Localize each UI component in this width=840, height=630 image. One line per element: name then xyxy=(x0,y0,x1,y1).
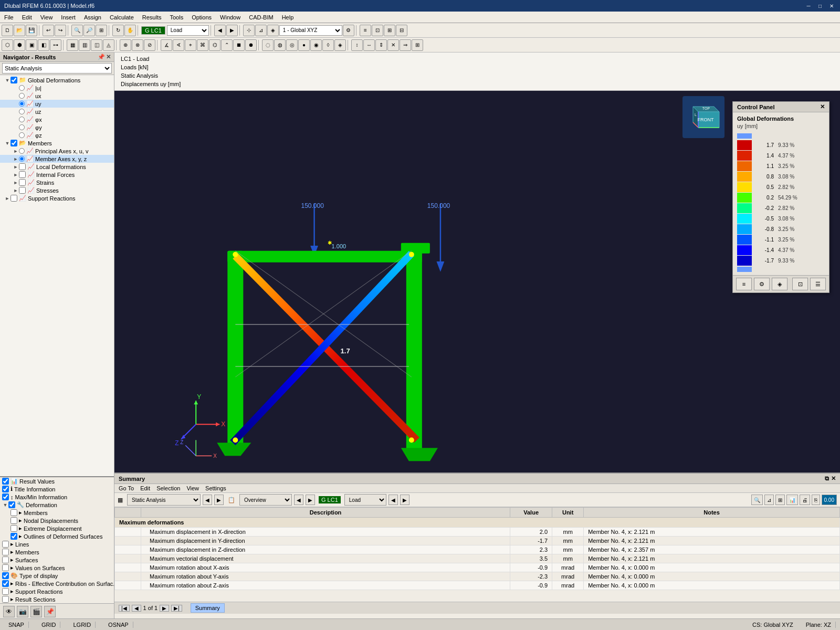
check-type-display[interactable] xyxy=(2,572,9,579)
tree-item-stresses[interactable]: ► 📈 Stresses xyxy=(0,186,114,194)
check-values-surfaces[interactable] xyxy=(2,564,9,571)
summary-close-button[interactable]: ✕ xyxy=(831,475,836,482)
radio-phiy[interactable] xyxy=(19,124,25,130)
tree-item-members[interactable]: ▼ 📂 Members xyxy=(0,139,114,147)
summary-lc-next[interactable]: ▶ xyxy=(400,495,410,505)
tb-c3[interactable]: ⇕ xyxy=(375,39,387,51)
check-members[interactable] xyxy=(10,140,17,146)
footer-prev-btn[interactable]: ◀ xyxy=(132,605,141,612)
cp-btn-export[interactable]: ⊡ xyxy=(792,278,808,290)
tb-undo[interactable]: ↩ xyxy=(43,25,54,36)
tree-item-support-reactions[interactable]: ► 📈 Support Reactions xyxy=(0,194,114,202)
tb-c1[interactable]: ↕ xyxy=(351,39,363,51)
check-surfaces[interactable] xyxy=(2,556,9,563)
summary-prev-btn[interactable]: ◀ xyxy=(203,495,212,505)
summary-analysis-select[interactable]: Static Analysis xyxy=(127,494,201,506)
tb-disp4[interactable]: ◬ xyxy=(103,39,114,51)
radio-u-abs[interactable] xyxy=(19,85,25,91)
tree-bottom-deformation[interactable]: ▼ 🔧 Deformation xyxy=(0,501,114,509)
radio-principal[interactable] xyxy=(19,148,25,154)
tb-rotate[interactable]: ↻ xyxy=(112,25,124,36)
check-support[interactable] xyxy=(10,195,17,202)
check-members-sub[interactable] xyxy=(10,509,17,516)
summary-overview-select[interactable]: Overview xyxy=(239,494,292,506)
summary-print-btn[interactable]: 🖨 xyxy=(800,495,810,505)
tree-item-ux[interactable]: 📈 ux xyxy=(0,92,114,100)
tb-next[interactable]: ▶ xyxy=(226,25,238,36)
summary-zoom-btn[interactable]: 🔍 xyxy=(751,495,763,505)
tb-more3[interactable]: ⊞ xyxy=(384,25,395,36)
close-button[interactable]: ✕ xyxy=(827,2,836,9)
tree-bottom-type-display[interactable]: 🎨 Type of display xyxy=(0,572,114,580)
tree-bottom-maxmin[interactable]: ↕ Max/Min Information xyxy=(0,493,114,501)
summary-menu-selection[interactable]: Selection xyxy=(156,485,180,491)
video-icon[interactable]: 🎬 xyxy=(30,606,42,617)
radio-uy[interactable] xyxy=(19,101,25,107)
cp-close-button[interactable]: ✕ xyxy=(820,103,825,110)
tree-bottom-ribs[interactable]: ▸ Ribs - Effective Contribution on Surfa… xyxy=(0,580,114,587)
tb-axis1[interactable]: ⊕ xyxy=(120,39,131,51)
menu-cad-bim[interactable]: CAD-BIM xyxy=(245,13,277,22)
tb-a3[interactable]: ⌖ xyxy=(185,39,196,51)
tree-bottom-title-info[interactable]: ℹ Title Information xyxy=(0,485,114,493)
menu-calculate[interactable]: Calculate xyxy=(106,13,138,22)
tb-zoom-out[interactable]: 🔎 xyxy=(83,25,95,36)
tb-b1[interactable]: ◌ xyxy=(262,39,274,51)
check-stresses[interactable] xyxy=(19,187,26,194)
tree-bottom-extreme-disp[interactable]: ▸ Extreme Displacement xyxy=(0,524,114,532)
tb-c4[interactable]: ✕ xyxy=(387,39,399,51)
check-result-sections[interactable] xyxy=(2,596,9,603)
menu-help[interactable]: Help xyxy=(278,13,298,22)
nav-pin-button[interactable]: 📌 xyxy=(98,54,105,60)
tree-bottom-result-sections[interactable]: ▸ Result Sections xyxy=(0,595,114,603)
summary-table-area[interactable]: Description Value Unit Notes Maximum def… xyxy=(114,507,840,602)
check-title-info[interactable] xyxy=(2,486,9,492)
tb-more1[interactable]: ≡ xyxy=(360,25,371,36)
radio-member-axes[interactable] xyxy=(19,156,25,162)
summary-settings-btn[interactable]: 0.00 xyxy=(822,495,837,505)
tb-mode3[interactable]: ▣ xyxy=(26,39,37,51)
camera-icon[interactable]: 📷 xyxy=(17,606,28,617)
cp-btn-display[interactable]: ◈ xyxy=(772,278,788,290)
check-outlines[interactable] xyxy=(10,533,17,540)
tree-item-uy[interactable]: 📈 uy xyxy=(0,100,114,108)
tree-item-uz[interactable]: 📈 uz xyxy=(0,108,114,116)
summary-menu-goto[interactable]: Go To xyxy=(119,485,134,491)
tb-a5[interactable]: ⌬ xyxy=(209,39,220,51)
summary-chart-btn[interactable]: 📊 xyxy=(786,495,798,505)
tb-axis2[interactable]: ⊗ xyxy=(132,39,143,51)
toggle-members[interactable]: ▼ xyxy=(4,141,10,146)
tb-a1[interactable]: ∡ xyxy=(161,39,172,51)
check-deformation[interactable] xyxy=(8,501,15,508)
tb-a6[interactable]: ⌃ xyxy=(221,39,233,51)
nav-analysis-combo[interactable]: Static Analysis xyxy=(2,63,112,74)
cube-navigator[interactable]: FRONT L TOP xyxy=(682,96,724,138)
check-nodal-disp[interactable] xyxy=(10,517,17,524)
tree-bottom-support-reactions[interactable]: ▸ Support Reactions xyxy=(0,587,114,595)
tb-render[interactable]: ◈ xyxy=(267,25,279,36)
status-snap[interactable]: SNAP xyxy=(4,622,29,628)
tb-pan[interactable]: ✋ xyxy=(124,25,136,36)
tree-bottom-members-sub[interactable]: ▸ Members xyxy=(0,509,114,517)
tb-axis3[interactable]: ⊘ xyxy=(144,39,155,51)
tb-a2[interactable]: ∢ xyxy=(173,39,184,51)
footer-first-btn[interactable]: |◀ xyxy=(119,605,130,612)
tb-c6[interactable]: ⊞ xyxy=(412,39,423,51)
menu-tools[interactable]: Tools xyxy=(165,13,187,22)
check-extreme-disp[interactable] xyxy=(10,525,17,532)
tree-item-local-def[interactable]: ► 📈 Local Deformations xyxy=(0,163,114,171)
tb-mode2[interactable]: ⬢ xyxy=(14,39,25,51)
tree-bottom-result-values[interactable]: 📊 Result Values xyxy=(0,477,114,485)
tb-a7[interactable]: ⏹ xyxy=(233,39,245,51)
cp-btn-settings[interactable]: ⚙ xyxy=(754,278,770,290)
tree-item-global-deformations[interactable]: ▼ 📁 Global Deformations xyxy=(0,76,114,84)
menu-window[interactable]: Window xyxy=(216,13,245,22)
summary-menu-view[interactable]: View xyxy=(186,485,199,491)
tree-bottom-nodal-disp[interactable]: ▸ Nodal Displacements xyxy=(0,517,114,524)
coord-system[interactable]: 1 - Global XYZ xyxy=(279,25,342,36)
tree-bottom-lines[interactable]: ▸ Lines xyxy=(0,540,114,548)
minimize-button[interactable]: ─ xyxy=(804,2,813,9)
check-lines[interactable] xyxy=(2,541,9,548)
tb-new[interactable]: 🗋 xyxy=(2,25,13,36)
tb-disp2[interactable]: ▥ xyxy=(79,39,90,51)
